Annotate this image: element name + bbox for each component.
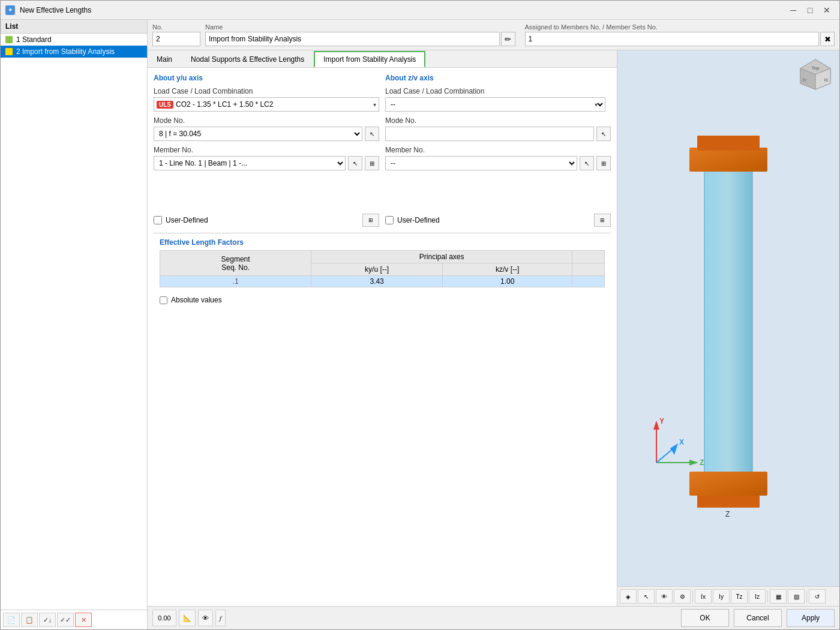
name-edit-button[interactable]: ✏	[501, 32, 515, 46]
y-member-no-select[interactable]: 1 - Line No. 1 | Beam | 1 -...	[154, 156, 346, 170]
cell-kyu: 3.43	[311, 276, 443, 287]
z-mode-pick-button[interactable]: ↖	[596, 127, 611, 141]
svg-text:X: X	[679, 438, 684, 446]
tab-nodal[interactable]: Nodal Supports & Effective Lengths	[182, 52, 313, 67]
y-mode-no-label: Mode No.	[154, 116, 379, 125]
z-member-no-select[interactable]: --	[385, 156, 577, 170]
z-user-defined-checkbox[interactable]	[385, 216, 394, 224]
render-mode-button[interactable]: ◈	[620, 589, 637, 604]
delete-item-button[interactable]: ✕	[75, 613, 92, 627]
bottom-right: OK Cancel Apply	[681, 609, 835, 627]
maximize-button[interactable]: □	[802, 4, 818, 16]
right-panel: No. Name ✏ Assigned to Members No. / Mem…	[148, 20, 839, 629]
effective-length-section: Effective Length Factors Segment Seq. No…	[154, 233, 611, 292]
check-all-button[interactable]: ✓✓	[57, 613, 74, 627]
y-grid-button[interactable]: ⊞	[362, 214, 379, 227]
assigned-input-row: ✖	[525, 32, 835, 46]
view-button[interactable]: 👁	[198, 610, 213, 626]
function-button[interactable]: 𝑓	[215, 610, 226, 626]
z-member-no-label: Member No.	[385, 146, 611, 154]
y-load-case-arrow: ▾	[373, 101, 376, 108]
col-empty	[572, 251, 605, 263]
y-user-defined-label: User-Defined	[166, 216, 208, 224]
minimize-button[interactable]: ─	[785, 4, 801, 16]
y-member-table-button[interactable]: ⊞	[365, 156, 379, 170]
display-a-button[interactable]: ▦	[770, 589, 787, 604]
cell-kzv: 1.00	[443, 276, 572, 287]
y-mode-no-select[interactable]: 8 | f = 30.045	[154, 127, 362, 141]
table-row[interactable]: .1 3.43 1.00	[160, 276, 605, 287]
svg-marker-6	[653, 421, 659, 430]
col-segment: Segment Seq. No.	[160, 251, 311, 276]
svg-text:Ri: Ri	[824, 78, 829, 82]
new-item-button[interactable]: 📄	[3, 613, 20, 627]
y-load-case-select[interactable]: ULS CO2 - 1.35 * LC1 + 1.50 * LC2 ▾	[154, 97, 379, 112]
svg-marker-12	[670, 443, 678, 455]
z-grid-button[interactable]: ⊞	[594, 214, 611, 227]
z-mode-no-input[interactable]	[385, 127, 594, 141]
sep1	[692, 590, 693, 602]
z-member-no-row: -- ↖ ⊞	[385, 156, 611, 170]
eff-title: Effective Length Factors	[160, 238, 605, 247]
show-tz-button[interactable]: Tz	[731, 589, 748, 604]
show-x-button[interactable]: Ix	[695, 589, 712, 604]
main-window: ✦ New Effective Lengths ─ □ ✕ List 1 Sta…	[0, 0, 840, 630]
show-z-button[interactable]: Iz	[749, 589, 766, 604]
absolute-values-label: Absolute values	[171, 296, 222, 304]
y-member-pick-button[interactable]: ↖	[348, 156, 362, 170]
settings-button[interactable]: ⚙	[674, 589, 691, 604]
view-options-button[interactable]: 👁	[656, 589, 673, 604]
cancel-button[interactable]: Cancel	[734, 609, 782, 627]
effective-length-table: Segment Seq. No. Principal axes ky/u [--…	[160, 250, 605, 287]
no-field: No.	[152, 23, 200, 46]
cell-empty	[572, 276, 605, 287]
tab-main[interactable]: Main	[148, 52, 181, 67]
name-input[interactable]	[205, 32, 500, 46]
svg-text:Z: Z	[700, 458, 704, 467]
assigned-pick-button[interactable]: ✖	[820, 32, 835, 46]
title-bar: ✦ New Effective Lengths ─ □ ✕	[1, 1, 839, 20]
svg-rect-2	[697, 136, 760, 151]
sidebar-item-label-1: 1 Standard	[16, 35, 52, 44]
y-axis-title: About y/u axis	[154, 74, 379, 82]
sidebar-list: 1 Standard 2 Import from Stability Analy…	[1, 34, 147, 610]
y-member-no-row: 1 - Line No. 1 | Beam | 1 -... ↖ ⊞	[154, 156, 379, 170]
3d-viewport[interactable]: Y Z X Z	[617, 50, 839, 586]
y-mode-pick-button[interactable]: ↖	[365, 127, 379, 141]
z-mode-no-label: Mode No.	[385, 116, 611, 125]
tab-import[interactable]: Import from Stability Analysis	[314, 51, 425, 67]
z-user-defined-label: User-Defined	[397, 216, 440, 224]
copy-item-button[interactable]: 📋	[21, 613, 38, 627]
absolute-values-checkbox[interactable]	[160, 296, 167, 304]
sep2	[767, 590, 768, 602]
apply-button[interactable]: Apply	[787, 609, 835, 627]
sidebar-item-2[interactable]: 2 Import from Stability Analysis	[1, 46, 147, 58]
name-label: Name	[205, 23, 515, 31]
window-title: New Effective Lengths	[20, 6, 781, 14]
name-input-row: ✏	[205, 32, 515, 46]
cube-nav-svg: Top Fr Ri	[797, 56, 833, 92]
cube-navigator[interactable]: Top Fr Ri	[797, 56, 833, 94]
bottom-bar-left: 0.00 📐 👁 𝑓	[152, 610, 676, 626]
svg-text:Top: Top	[812, 65, 820, 71]
pick-button[interactable]: ↖	[638, 589, 655, 604]
sidebar: List 1 Standard 2 Import from Stability …	[1, 20, 148, 629]
ok-button[interactable]: OK	[681, 609, 729, 627]
z-member-pick-button[interactable]: ↖	[580, 156, 594, 170]
indicator-standard	[5, 36, 13, 43]
snap-button[interactable]: 📐	[179, 610, 196, 626]
check-ok-button[interactable]: ✓↓	[39, 613, 56, 627]
display-b-button[interactable]: ▧	[788, 589, 805, 604]
refresh-button[interactable]: ↺	[809, 589, 826, 604]
main-content: List 1 Standard 2 Import from Stability …	[1, 20, 839, 629]
no-input[interactable]	[152, 32, 200, 46]
sidebar-item-1[interactable]: 1 Standard	[1, 34, 147, 46]
close-button[interactable]: ✕	[819, 4, 835, 16]
z-load-case-select[interactable]: --	[385, 97, 605, 112]
z-member-table-button[interactable]: ⊞	[596, 156, 611, 170]
assigned-input[interactable]	[525, 32, 820, 46]
show-y-button[interactable]: Iy	[713, 589, 730, 604]
svg-marker-9	[689, 460, 698, 466]
y-user-defined-checkbox[interactable]	[154, 216, 162, 224]
col-empty2	[572, 263, 605, 276]
